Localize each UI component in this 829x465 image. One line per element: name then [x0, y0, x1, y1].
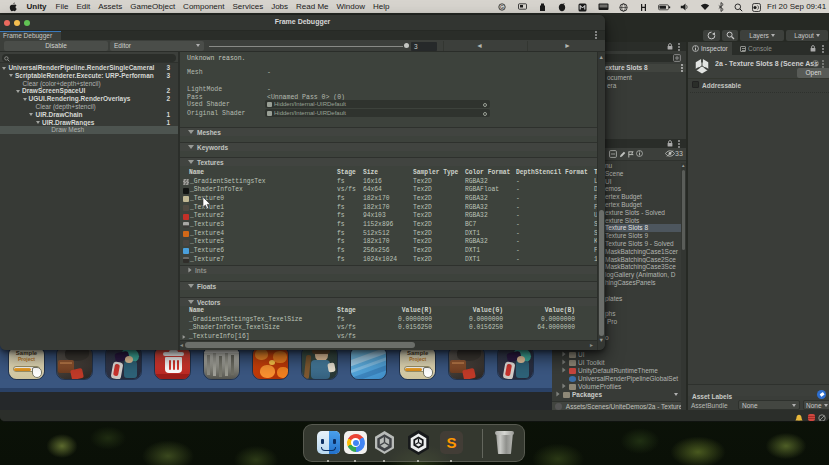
svg-text:G: G: [500, 4, 504, 10]
